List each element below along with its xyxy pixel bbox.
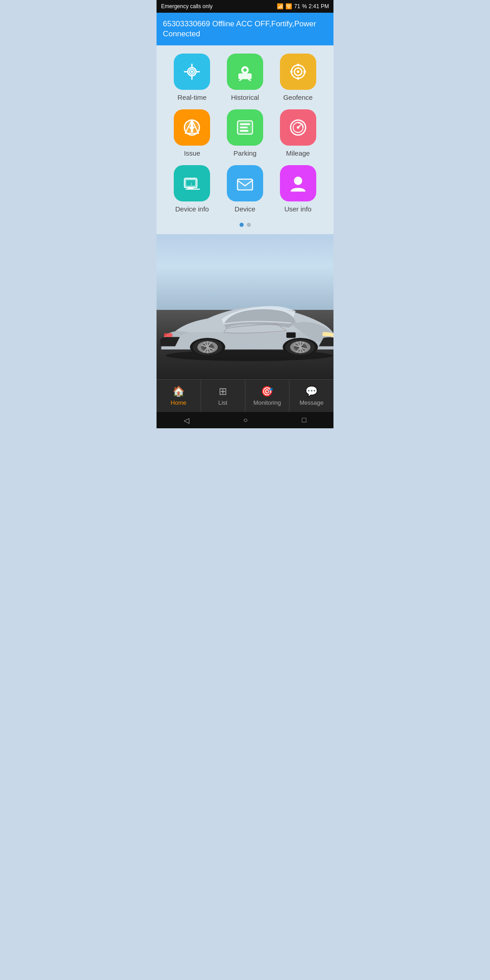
monitoring-label: Monitoring <box>254 399 281 406</box>
historical-button[interactable] <box>227 54 263 90</box>
svg-point-17 <box>297 64 299 67</box>
svg-point-14 <box>297 70 299 73</box>
grid-item-issue[interactable]: Issue <box>166 109 219 157</box>
parking-button[interactable] <box>227 109 263 146</box>
list-label: List <box>218 399 227 406</box>
geofence-label: Geofence <box>283 93 313 101</box>
realtime-label: Real-time <box>177 93 206 101</box>
message-label: Message <box>299 399 323 406</box>
deviceinfo-label: Device info <box>175 205 209 213</box>
geofence-icon <box>288 62 308 82</box>
page-dots <box>166 223 324 230</box>
recents-button[interactable]: □ <box>302 416 307 424</box>
grid-item-parking[interactable]: Parking <box>219 109 272 157</box>
home-icon: 🏠 <box>172 386 185 397</box>
top-banner: 65303330669 Offline ACC OFF,Fortify,Powe… <box>157 13 333 45</box>
geofence-button[interactable] <box>280 54 316 90</box>
grid-item-deviceinfo[interactable]: i Device info <box>166 165 219 213</box>
issue-button[interactable] <box>174 109 210 146</box>
svg-point-15 <box>290 70 293 73</box>
grid-section: Real-time Historical <box>157 45 333 234</box>
svg-rect-62 <box>286 333 295 338</box>
car-image <box>157 278 333 361</box>
nav-list[interactable]: ⊞ List <box>201 380 245 412</box>
status-bar: Emergency calls only 📶 🛜 71% 2:41 PM <box>157 0 333 13</box>
historical-label: Historical <box>231 93 259 101</box>
device-icon <box>235 173 255 193</box>
car-section <box>157 234 333 379</box>
list-icon: ⊞ <box>219 386 227 397</box>
grid-item-geofence[interactable]: Geofence <box>271 54 324 101</box>
issue-label: Issue <box>184 149 200 157</box>
svg-point-1 <box>191 70 194 73</box>
wifi-icon: 🛜 <box>285 3 292 10</box>
battery-text: 71 <box>294 3 300 10</box>
svg-point-9 <box>243 69 246 72</box>
svg-line-10 <box>239 79 242 81</box>
svg-point-16 <box>304 70 306 73</box>
menu-grid: Real-time Historical <box>166 54 324 221</box>
dot-2[interactable] <box>247 223 251 227</box>
bottom-nav: 🏠 Home ⊞ List 🎯 Monitoring 💬 Message <box>157 379 333 412</box>
svg-rect-41 <box>237 179 252 190</box>
svg-rect-7 <box>238 74 251 79</box>
home-button[interactable]: ○ <box>243 416 248 424</box>
parking-label: Parking <box>234 149 257 157</box>
nav-home[interactable]: 🏠 Home <box>157 380 201 412</box>
parking-icon <box>235 118 255 137</box>
time-text: 2:41 PM <box>309 3 329 10</box>
svg-rect-24 <box>191 122 194 128</box>
mileage-label: Mileage <box>286 149 310 157</box>
svg-point-18 <box>297 77 299 80</box>
status-right: 📶 🛜 71% 2:41 PM <box>277 3 329 10</box>
deviceinfo-icon: i <box>182 173 202 193</box>
grid-item-mileage[interactable]: Mileage <box>271 109 324 157</box>
userinfo-button[interactable] <box>280 165 316 201</box>
issue-icon <box>182 118 202 137</box>
grid-item-realtime[interactable]: Real-time <box>166 54 219 101</box>
back-button[interactable]: ◁ <box>184 416 189 425</box>
monitoring-icon: 🎯 <box>261 386 273 397</box>
svg-point-33 <box>297 126 299 129</box>
svg-rect-63 <box>164 333 172 337</box>
historical-icon <box>235 62 255 82</box>
nav-message[interactable]: 💬 Message <box>289 380 333 412</box>
device-label: Device <box>235 205 255 213</box>
svg-point-42 <box>294 177 302 185</box>
system-nav-bar: ◁ ○ □ <box>157 412 333 428</box>
grid-item-userinfo[interactable]: User info <box>271 165 324 213</box>
svg-rect-29 <box>240 130 248 132</box>
svg-rect-28 <box>240 127 248 128</box>
grid-item-historical[interactable]: Historical <box>219 54 272 101</box>
grid-item-device[interactable]: Device <box>219 165 272 213</box>
mileage-icon <box>288 118 308 137</box>
message-icon: 💬 <box>305 386 318 397</box>
device-button[interactable] <box>227 165 263 201</box>
svg-rect-27 <box>240 123 250 125</box>
dot-1[interactable] <box>240 223 244 227</box>
mileage-button[interactable] <box>280 109 316 146</box>
userinfo-icon <box>288 173 308 193</box>
signal-icon: 📶 <box>277 3 284 10</box>
home-label: Home <box>171 399 186 406</box>
deviceinfo-button[interactable]: i <box>174 165 210 201</box>
svg-line-11 <box>248 79 251 81</box>
userinfo-label: User info <box>284 205 312 213</box>
status-left-text: Emergency calls only <box>161 3 212 10</box>
realtime-button[interactable] <box>174 54 210 90</box>
banner-text: 65303330669 Offline ACC OFF,Fortify,Powe… <box>163 20 316 38</box>
nav-monitoring[interactable]: 🎯 Monitoring <box>245 380 290 412</box>
realtime-icon <box>182 62 202 82</box>
svg-text:i: i <box>191 181 192 186</box>
